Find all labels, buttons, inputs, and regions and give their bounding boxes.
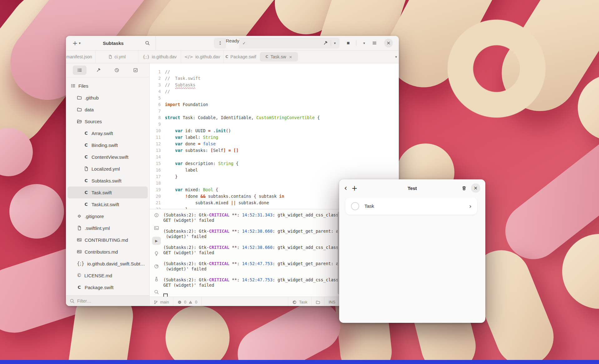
test-titlebar[interactable]: ‹ + Test × <box>339 179 485 197</box>
log-level: CRITICAL <box>209 245 229 250</box>
sidebar-item-contributors-md[interactable]: Contributors.md <box>67 246 148 258</box>
code-text: // Subtasks <box>165 82 196 88</box>
sidebar-item-tasklist-swift[interactable]: CTaskList.swift <box>67 198 148 210</box>
code-line: 7 <box>150 108 399 114</box>
code-line: 2// Task.swift <box>150 75 399 82</box>
status-label: 0 <box>184 300 186 304</box>
sidebar-item-array-swift[interactable]: CArray.swift <box>67 127 148 139</box>
sidebar-item-license-md[interactable]: ©LICENSE.md <box>67 269 148 281</box>
panel-tab-terminal[interactable] <box>152 224 161 232</box>
stop-icon: ■ <box>347 41 349 45</box>
test-close-button[interactable]: × <box>471 183 480 193</box>
status-segment[interactable]: 00 <box>173 297 201 306</box>
omnibar-button[interactable]: Ready ✓ ▾ <box>214 38 339 48</box>
run-options-button[interactable]: ▾ <box>359 38 369 48</box>
filter-placeholder: Filter… <box>77 298 91 303</box>
info-icon <box>154 213 159 218</box>
sidebar-item-contributing-md[interactable]: CONTRIBUTING.md <box>67 234 148 246</box>
trash-icon[interactable] <box>462 186 467 191</box>
filter-field[interactable]: Filter… <box>66 295 149 306</box>
tab-io-github-dav[interactable]: </>io.github.dav <box>181 51 224 63</box>
sidebar-item-files[interactable]: Files <box>67 80 148 92</box>
close-button[interactable]: × <box>384 39 393 47</box>
sidebar-item-io-github-david-swift-subt[interactable]: {;}io.github.david_swift.Subt… <box>67 258 148 269</box>
wallpaper-shape <box>562 234 599 309</box>
code-token: ! <box>185 194 188 199</box>
hamburger-menu-icon <box>372 41 377 46</box>
sidebar-item-binding-swift[interactable]: CBinding.swift <box>67 139 148 151</box>
code-token: ] <box>223 148 226 153</box>
chevron-down-icon: ▾ <box>363 41 365 45</box>
task-checkbox[interactable] <box>351 202 359 210</box>
line-number: 20 <box>150 193 165 200</box>
tab-task-sw[interactable]: CTask.sw× <box>260 52 298 61</box>
tree-item-label: ContentView.swift <box>92 154 128 160</box>
sidebar-item-package-swift[interactable]: CPackage.swift <box>67 281 148 293</box>
panel-tab-progress[interactable] <box>152 262 161 270</box>
task-row[interactable]: Task › <box>345 197 477 215</box>
sidebar-item-task-swift[interactable]: CTask.swift <box>67 187 148 198</box>
tree-item-label: .gitignore <box>85 214 104 219</box>
sidebar-item-data[interactable]: data <box>67 104 148 115</box>
chevron-right-icon[interactable]: › <box>469 203 472 209</box>
tab-ci-yml[interactable]: ci.yml <box>96 51 138 63</box>
panel-tab-details[interactable] <box>152 211 161 219</box>
status-segment[interactable]: main <box>150 297 173 306</box>
search-button[interactable] <box>142 38 152 48</box>
tab-overflow-chevron-icon[interactable]: ▾ <box>395 55 397 59</box>
code-text: var id: UUID = .init() <box>165 128 231 134</box>
code-token: id: UUID <box>183 128 208 133</box>
sidebar-item-github[interactable]: .github <box>67 92 148 104</box>
status-label: Task <box>299 300 307 304</box>
tree-item-label: LICENSE.md <box>84 273 112 278</box>
menu-button[interactable] <box>369 38 379 48</box>
code-token: [] <box>234 148 239 153</box>
code-token: var <box>175 141 183 146</box>
build-hammer-icon[interactable] <box>323 41 328 46</box>
sidebar-tool-history[interactable] <box>110 66 124 75</box>
back-chevron-icon[interactable]: ‹ <box>344 184 347 192</box>
panel-tab-diagnostics[interactable] <box>152 250 161 258</box>
sidebar-tool-todo[interactable] <box>129 66 142 75</box>
tab-package-swif[interactable]: CPackage.swif <box>224 51 258 63</box>
status-segment[interactable]: INS <box>324 297 340 306</box>
code-line: 3// Subtasks <box>150 82 399 88</box>
status-spacer <box>202 297 289 306</box>
sidebar-item-swiftlint-yml[interactable]: .swiftlint.yml <box>67 222 148 234</box>
new-document-button[interactable]: + ▾ <box>69 38 84 48</box>
tab-close-icon[interactable]: × <box>289 55 292 59</box>
task-label: Task <box>364 203 374 209</box>
build-options-chevron-icon[interactable]: ▾ <box>334 41 336 45</box>
sidebar-tool-build-pipeline[interactable] <box>92 66 105 75</box>
sidebar-item-sources[interactable]: Sources <box>67 115 148 127</box>
sidebar-item-localized-yml[interactable]: Localized.yml <box>67 163 148 175</box>
sidebar-item-contentview-swift[interactable]: CContentView.swift <box>67 151 148 163</box>
sidebar-tool-project-tree[interactable] <box>73 66 87 75</box>
swift-icon <box>292 300 297 304</box>
wallpaper-shape <box>9 184 64 239</box>
folder-icon <box>316 300 320 304</box>
code-text: var subtasks: [Self] = [] <box>165 147 239 154</box>
add-task-icon[interactable]: + <box>352 185 358 192</box>
panel-tab-search-panel[interactable] <box>152 288 161 296</box>
panel-tab-tests[interactable] <box>152 275 161 283</box>
sidebar-item-readme-md[interactable]: README.md <box>67 293 148 295</box>
panel-tab-run-output[interactable]: ▶ <box>152 237 161 245</box>
status-segment[interactable]: Task <box>288 297 312 306</box>
builder-titlebar[interactable]: + ▾ Subtasks Ready ✓ ▾ ■ <box>66 36 399 51</box>
code-token: } <box>165 174 178 179</box>
stop-button[interactable]: ■ <box>343 38 353 48</box>
code-token: label: <box>183 135 203 140</box>
line-number: 17 <box>150 173 165 180</box>
c-lang-icon: C <box>84 143 89 147</box>
tab-label: io.github.dav <box>195 54 220 59</box>
status-segment[interactable] <box>312 297 324 306</box>
folder-icon <box>77 107 82 112</box>
code-token <box>200 141 203 146</box>
warn-icon <box>188 300 193 304</box>
tab-manifest-json[interactable]: manifest.json <box>66 51 96 63</box>
sidebar-item-gitignore[interactable]: .gitignore <box>67 210 148 222</box>
tab-io-github-dav[interactable]: {;}io.github.dav <box>138 51 181 63</box>
sidebar-item-subtasks-swift[interactable]: CSubtasks.swift <box>67 175 148 187</box>
code-token: () <box>226 128 231 133</box>
